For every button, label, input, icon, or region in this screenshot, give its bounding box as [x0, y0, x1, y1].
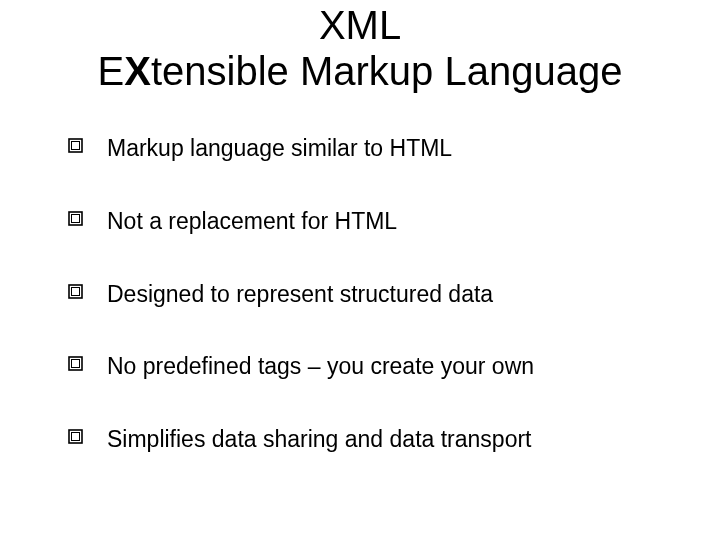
slide: XML EXtensible Markup Language Markup la… — [0, 0, 720, 540]
list-item: Markup language similar to HTML — [68, 134, 660, 163]
square-bullet-icon — [68, 284, 83, 299]
bullet-text: Designed to represent structured data — [107, 280, 493, 309]
list-item: Simplifies data sharing and data transpo… — [68, 425, 660, 454]
title-line-1: XML — [40, 2, 680, 48]
bullet-text: No predefined tags – you create your own — [107, 352, 534, 381]
list-item: Not a replacement for HTML — [68, 207, 660, 236]
svg-rect-3 — [72, 214, 80, 222]
svg-rect-5 — [72, 287, 80, 295]
bullet-text: Markup language similar to HTML — [107, 134, 452, 163]
svg-rect-4 — [69, 285, 82, 298]
bullet-text: Not a replacement for HTML — [107, 207, 397, 236]
bullet-text: Simplifies data sharing and data transpo… — [107, 425, 531, 454]
square-bullet-icon — [68, 138, 83, 153]
slide-title: XML EXtensible Markup Language — [40, 0, 680, 94]
svg-rect-6 — [69, 357, 82, 370]
svg-rect-9 — [72, 433, 80, 441]
svg-rect-0 — [69, 139, 82, 152]
title-line-2: EXtensible Markup Language — [40, 48, 680, 94]
square-bullet-icon — [68, 429, 83, 444]
svg-rect-2 — [69, 212, 82, 225]
svg-rect-7 — [72, 360, 80, 368]
title-line-2-bold: X — [124, 49, 151, 93]
list-item: Designed to represent structured data — [68, 280, 660, 309]
square-bullet-icon — [68, 356, 83, 371]
list-item: No predefined tags – you create your own — [68, 352, 660, 381]
title-line-2-rest: tensible Markup Language — [151, 49, 622, 93]
svg-rect-1 — [72, 142, 80, 150]
svg-rect-8 — [69, 430, 82, 443]
title-line-1-text: XML — [319, 3, 401, 47]
square-bullet-icon — [68, 211, 83, 226]
title-line-2-prefix: E — [98, 49, 125, 93]
bullet-list: Markup language similar to HTML Not a re… — [40, 134, 680, 454]
